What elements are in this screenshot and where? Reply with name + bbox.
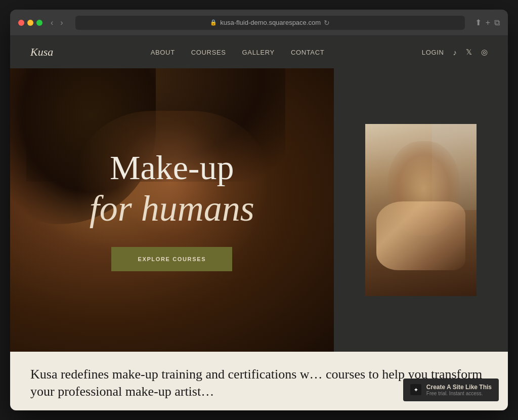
squarespace-text: Create A Site Like This Free trial. Inst… [426, 384, 492, 396]
squarespace-logo: ✦ [410, 384, 421, 395]
nav-courses[interactable]: COURSES [191, 49, 226, 56]
explore-courses-button[interactable]: EXPLORE COURSES [111, 247, 232, 271]
refresh-button[interactable]: ↻ [324, 19, 330, 27]
site-logo[interactable]: Kusa [30, 46, 53, 59]
makeup-artist-photo [365, 124, 477, 296]
sq-sub-label: Free trial. Instant access. [426, 391, 492, 396]
nav-right-section: LOGIN ♪ 𝕏 ◎ [422, 48, 488, 57]
website: Kusa ABOUT COURSES GALLERY CONTACT LOGIN… [10, 36, 508, 410]
sq-main-label: Create A Site Like This [426, 384, 492, 391]
share-button[interactable]: ⬆ [475, 18, 482, 27]
browser-window: ‹ › 🔒 kusa-fluid-demo.squarespace.com ↻ … [10, 10, 508, 410]
photo-arm [376, 201, 465, 270]
browser-nav-controls: ‹ › [49, 17, 65, 28]
twitter-icon[interactable]: 𝕏 [466, 48, 472, 57]
nav-gallery[interactable]: GALLERY [242, 49, 275, 56]
browser-chrome: ‹ › 🔒 kusa-fluid-demo.squarespace.com ↻ … [10, 10, 508, 36]
website-content: Kusa ABOUT COURSES GALLERY CONTACT LOGIN… [10, 36, 508, 410]
lock-icon: 🔒 [210, 19, 217, 26]
browser-action-buttons: ⬆ + ⧉ [475, 18, 500, 27]
hero-section: Make-up for humans EXPLORE COURSES [10, 68, 508, 352]
squarespace-banner[interactable]: ✦ Create A Site Like This Free trial. In… [403, 379, 499, 401]
login-link[interactable]: LOGIN [422, 49, 444, 56]
new-tab-button[interactable]: + [486, 18, 490, 27]
nav-about[interactable]: ABOUT [151, 49, 175, 56]
hero-title-line1: Make-up [90, 149, 254, 187]
instagram-icon[interactable]: ◎ [481, 48, 488, 57]
hero-title-line2: for humans [90, 189, 254, 229]
navbar: Kusa ABOUT COURSES GALLERY CONTACT LOGIN… [10, 36, 508, 68]
maximize-button[interactable] [36, 20, 42, 26]
forward-button[interactable]: › [58, 17, 65, 28]
hero-right-panel [334, 68, 508, 352]
nav-contact[interactable]: CONTACT [291, 49, 324, 56]
traffic-lights [18, 20, 42, 26]
nav-links: ABOUT COURSES GALLERY CONTACT [151, 49, 325, 56]
tiktok-icon[interactable]: ♪ [453, 48, 457, 57]
hero-text-area: Make-up for humans EXPLORE COURSES [10, 68, 334, 352]
tabs-button[interactable]: ⧉ [494, 18, 500, 27]
address-bar[interactable]: 🔒 kusa-fluid-demo.squarespace.com ↻ [75, 16, 465, 30]
back-button[interactable]: ‹ [49, 17, 55, 28]
close-button[interactable] [18, 20, 24, 26]
hero-title: Make-up for humans [90, 149, 254, 247]
minimize-button[interactable] [27, 20, 33, 26]
url-text: kusa-fluid-demo.squarespace.com [220, 19, 321, 26]
